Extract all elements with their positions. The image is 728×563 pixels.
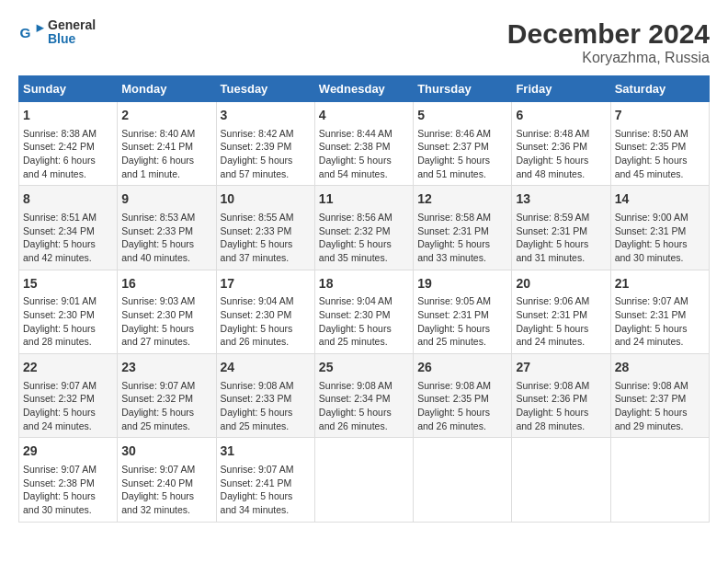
day-info: Sunrise: 8:59 AM Sunset: 2:31 PM Dayligh… xyxy=(516,211,606,265)
day-number: 4 xyxy=(319,107,409,125)
day-number: 16 xyxy=(121,275,211,293)
day-cell: 3Sunrise: 8:42 AM Sunset: 2:39 PM Daylig… xyxy=(216,102,314,186)
day-number: 10 xyxy=(221,190,311,209)
day-cell: 1Sunrise: 8:38 AM Sunset: 2:42 PM Daylig… xyxy=(19,102,118,186)
day-cell: 23Sunrise: 9:07 AM Sunset: 2:32 PM Dayli… xyxy=(118,354,216,438)
day-info: Sunrise: 8:46 AM Sunset: 2:37 PM Dayligh… xyxy=(417,127,507,181)
svg-text:G: G xyxy=(19,25,30,40)
day-info: Sunrise: 9:08 AM Sunset: 2:33 PM Dayligh… xyxy=(221,379,311,433)
title-area: December 2024 Koryazhma, Russia xyxy=(507,18,710,66)
svg-marker-1 xyxy=(37,25,44,32)
header-col-monday: Monday xyxy=(118,76,216,102)
day-cell: 27Sunrise: 9:08 AM Sunset: 2:36 PM Dayli… xyxy=(512,354,610,438)
week-row-1: 1Sunrise: 8:38 AM Sunset: 2:42 PM Daylig… xyxy=(19,102,710,186)
header-col-thursday: Thursday xyxy=(414,76,512,102)
day-number: 2 xyxy=(121,107,211,125)
logo-line1: General xyxy=(48,18,96,32)
day-cell: 17Sunrise: 9:04 AM Sunset: 2:30 PM Dayli… xyxy=(216,270,314,353)
header-col-wednesday: Wednesday xyxy=(314,76,413,102)
day-info: Sunrise: 9:07 AM Sunset: 2:32 PM Dayligh… xyxy=(121,379,211,433)
day-number: 28 xyxy=(615,359,705,377)
day-cell: 7Sunrise: 8:50 AM Sunset: 2:35 PM Daylig… xyxy=(610,102,709,186)
day-cell: 6Sunrise: 8:48 AM Sunset: 2:36 PM Daylig… xyxy=(512,102,610,186)
day-info: Sunrise: 9:04 AM Sunset: 2:30 PM Dayligh… xyxy=(221,294,311,349)
day-cell: 30Sunrise: 9:07 AM Sunset: 2:40 PM Dayli… xyxy=(118,438,216,522)
day-cell: 26Sunrise: 9:08 AM Sunset: 2:35 PM Dayli… xyxy=(414,354,512,438)
day-number: 1 xyxy=(23,107,113,125)
day-info: Sunrise: 9:00 AM Sunset: 2:31 PM Dayligh… xyxy=(615,211,705,265)
day-cell xyxy=(414,438,512,522)
day-cell: 16Sunrise: 9:03 AM Sunset: 2:30 PM Dayli… xyxy=(118,270,216,353)
day-info: Sunrise: 9:08 AM Sunset: 2:35 PM Dayligh… xyxy=(417,379,507,433)
week-row-5: 29Sunrise: 9:07 AM Sunset: 2:38 PM Dayli… xyxy=(19,438,710,522)
day-cell: 12Sunrise: 8:58 AM Sunset: 2:31 PM Dayli… xyxy=(414,186,512,270)
day-cell: 10Sunrise: 8:55 AM Sunset: 2:33 PM Dayli… xyxy=(216,186,314,270)
day-info: Sunrise: 9:07 AM Sunset: 2:32 PM Dayligh… xyxy=(23,379,113,433)
day-number: 25 xyxy=(319,359,409,377)
header-col-friday: Friday xyxy=(512,76,610,102)
page-header: G General Blue December 2024 Koryazhma, … xyxy=(18,18,710,66)
day-number: 24 xyxy=(221,359,311,377)
day-cell: 18Sunrise: 9:04 AM Sunset: 2:30 PM Dayli… xyxy=(314,270,413,353)
day-number: 23 xyxy=(121,359,211,377)
day-cell: 21Sunrise: 9:07 AM Sunset: 2:31 PM Dayli… xyxy=(610,270,709,353)
day-number: 27 xyxy=(516,359,606,377)
day-cell: 11Sunrise: 8:56 AM Sunset: 2:32 PM Dayli… xyxy=(314,186,413,270)
day-number: 14 xyxy=(615,190,705,209)
day-info: Sunrise: 8:53 AM Sunset: 2:33 PM Dayligh… xyxy=(121,211,211,265)
calendar-header: SundayMondayTuesdayWednesdayThursdayFrid… xyxy=(19,76,710,102)
day-info: Sunrise: 8:38 AM Sunset: 2:42 PM Dayligh… xyxy=(23,127,113,181)
day-info: Sunrise: 8:40 AM Sunset: 2:41 PM Dayligh… xyxy=(121,127,211,181)
day-info: Sunrise: 8:58 AM Sunset: 2:31 PM Dayligh… xyxy=(417,211,507,265)
day-cell: 8Sunrise: 8:51 AM Sunset: 2:34 PM Daylig… xyxy=(19,186,118,270)
day-info: Sunrise: 9:07 AM Sunset: 2:38 PM Dayligh… xyxy=(23,463,113,517)
day-cell: 15Sunrise: 9:01 AM Sunset: 2:30 PM Dayli… xyxy=(19,270,118,353)
day-info: Sunrise: 9:08 AM Sunset: 2:36 PM Dayligh… xyxy=(516,379,606,433)
day-cell: 22Sunrise: 9:07 AM Sunset: 2:32 PM Dayli… xyxy=(19,354,118,438)
day-cell: 25Sunrise: 9:08 AM Sunset: 2:34 PM Dayli… xyxy=(314,354,413,438)
day-info: Sunrise: 9:01 AM Sunset: 2:30 PM Dayligh… xyxy=(23,294,113,349)
day-cell: 20Sunrise: 9:06 AM Sunset: 2:31 PM Dayli… xyxy=(512,270,610,353)
day-cell xyxy=(314,438,413,522)
day-cell: 29Sunrise: 9:07 AM Sunset: 2:38 PM Dayli… xyxy=(19,438,118,522)
day-cell: 5Sunrise: 8:46 AM Sunset: 2:37 PM Daylig… xyxy=(414,102,512,186)
day-info: Sunrise: 9:07 AM Sunset: 2:41 PM Dayligh… xyxy=(221,463,311,517)
day-info: Sunrise: 9:07 AM Sunset: 2:40 PM Dayligh… xyxy=(121,463,211,517)
day-cell: 9Sunrise: 8:53 AM Sunset: 2:33 PM Daylig… xyxy=(118,186,216,270)
day-number: 30 xyxy=(121,442,211,461)
day-cell: 13Sunrise: 8:59 AM Sunset: 2:31 PM Dayli… xyxy=(512,186,610,270)
day-number: 21 xyxy=(615,275,705,293)
header-col-saturday: Saturday xyxy=(610,76,709,102)
day-cell: 31Sunrise: 9:07 AM Sunset: 2:41 PM Dayli… xyxy=(216,438,314,522)
calendar-body: 1Sunrise: 8:38 AM Sunset: 2:42 PM Daylig… xyxy=(19,102,710,523)
day-number: 26 xyxy=(417,359,507,377)
logo-line2: Blue xyxy=(48,32,96,46)
day-info: Sunrise: 8:50 AM Sunset: 2:35 PM Dayligh… xyxy=(615,127,705,181)
logo-text: General Blue xyxy=(48,18,96,47)
day-cell: 28Sunrise: 9:08 AM Sunset: 2:37 PM Dayli… xyxy=(610,354,709,438)
day-number: 12 xyxy=(417,190,507,209)
logo-icon: G xyxy=(18,19,44,45)
day-cell xyxy=(512,438,610,522)
day-number: 15 xyxy=(23,275,113,293)
day-number: 20 xyxy=(516,275,606,293)
day-info: Sunrise: 9:07 AM Sunset: 2:31 PM Dayligh… xyxy=(615,294,705,349)
header-col-tuesday: Tuesday xyxy=(216,76,314,102)
day-info: Sunrise: 8:42 AM Sunset: 2:39 PM Dayligh… xyxy=(221,127,311,181)
day-cell: 14Sunrise: 9:00 AM Sunset: 2:31 PM Dayli… xyxy=(610,186,709,270)
logo: G General Blue xyxy=(18,18,96,47)
calendar-title: December 2024 xyxy=(507,18,710,50)
day-number: 5 xyxy=(417,107,507,125)
day-number: 11 xyxy=(319,190,409,209)
day-info: Sunrise: 8:48 AM Sunset: 2:36 PM Dayligh… xyxy=(516,127,606,181)
calendar-table: SundayMondayTuesdayWednesdayThursdayFrid… xyxy=(18,75,710,523)
week-row-2: 8Sunrise: 8:51 AM Sunset: 2:34 PM Daylig… xyxy=(19,186,710,270)
calendar-subtitle: Koryazhma, Russia xyxy=(507,50,710,66)
day-cell xyxy=(610,438,709,522)
day-info: Sunrise: 9:08 AM Sunset: 2:34 PM Dayligh… xyxy=(319,379,409,433)
day-info: Sunrise: 8:44 AM Sunset: 2:38 PM Dayligh… xyxy=(319,127,409,181)
day-number: 17 xyxy=(221,275,311,293)
day-info: Sunrise: 9:08 AM Sunset: 2:37 PM Dayligh… xyxy=(615,379,705,433)
day-number: 9 xyxy=(121,190,211,209)
day-number: 7 xyxy=(615,107,705,125)
